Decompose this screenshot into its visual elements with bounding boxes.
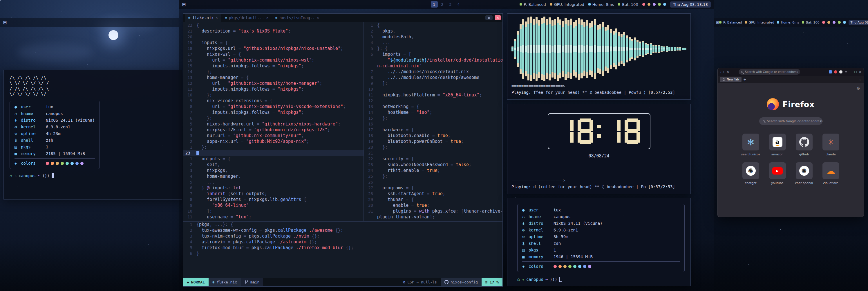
uptime-icon: ⊙ (522, 234, 529, 239)
tab-list-chevron-icon[interactable]: ⌄ (859, 78, 861, 81)
code-line: 8 forAllSystems = nixpkgs.lib.genAttrs [ (183, 197, 364, 202)
stars (498, 11, 499, 12)
line-text: ssh.startAgent = true; (377, 191, 502, 197)
workspace-button-1[interactable]: 1 (431, 1, 438, 7)
fetch-key: pkgs (21, 145, 46, 149)
tab-flake-nix[interactable]: ✻flake.nix× (185, 13, 221, 22)
code-line: 26 (364, 179, 502, 185)
forward-icon[interactable]: › (723, 70, 725, 74)
back-icon[interactable]: ‹ (720, 70, 721, 74)
tray-icon[interactable] (642, 3, 645, 6)
line-text: } @ inputs: let (196, 185, 364, 191)
shortcut-cloudflare[interactable]: ☁cloudflare (818, 162, 843, 185)
close-window-button[interactable]: × (495, 15, 501, 20)
bar-clock[interactable]: Thu Aug 08, 18:18 (848, 20, 868, 25)
buffer-flake-nix[interactable]: 22{21 description = "tux's NixOS Flake";… (183, 22, 364, 222)
code-line: 23 (183, 150, 364, 156)
terminal-window[interactable]: /\ /\ /\ /\ /\ \ \/ \/ \/ \/ / / /\ /\ /… (3, 70, 182, 200)
visualizer-window[interactable]: =====================> Playing: ffee for… (507, 13, 691, 99)
prompt-arrow: → (14, 173, 16, 178)
extension-icon[interactable] (839, 70, 842, 74)
fetch-value: 1 (46, 145, 48, 149)
shortcut-label: youtube (771, 181, 783, 185)
tab-close-icon[interactable]: × (266, 16, 268, 20)
workspace-button-4[interactable]: 4 (455, 1, 462, 7)
workspace-button-2[interactable]: 2 (439, 1, 446, 7)
extension-icon[interactable] (829, 70, 832, 74)
url-bar[interactable]: Search with Google or enter address (739, 69, 800, 75)
fetch-window[interactable]: ●usertux⌂hnamecanopus✻distroNixOS 24.11 … (507, 198, 691, 286)
shortcut-claude[interactable]: ✳claude (818, 134, 843, 156)
line-text: plugins = with pkgs.xfce; [thunar-archiv… (377, 208, 502, 214)
shortcut-github[interactable]: github (792, 134, 817, 156)
personalize-gear-icon[interactable]: ⚙ (857, 86, 860, 91)
code-line: 10 }; (183, 92, 364, 98)
tray-icon[interactable] (827, 21, 830, 24)
buffer-pkgs-default[interactable]: 1{pkgs, ...}: {2 tux-awesome-wm-config =… (183, 221, 502, 278)
new-tab-button[interactable]: + (743, 77, 746, 82)
launcher-icon[interactable]: ⊞ (3, 20, 7, 25)
segment (617, 120, 621, 131)
cava-bar (618, 32, 620, 66)
line-number: 20 (364, 144, 377, 150)
palette-icon: ◈ (522, 264, 529, 269)
workspace-button-3[interactable]: 3 (447, 1, 454, 7)
bar-clock[interactable]: Thu Aug 08, 18:18 (670, 1, 711, 7)
shortcut-youtube[interactable]: ▶youtube (765, 162, 790, 185)
tray-icon[interactable] (663, 3, 666, 6)
tray-icon[interactable] (822, 21, 825, 24)
launcher-icon[interactable]: ⊞ (182, 2, 186, 7)
line-number: 11 (364, 92, 377, 98)
shortcut-label: claude (826, 152, 836, 156)
code-line: 1{ (364, 22, 502, 28)
new-tab-search-input[interactable]: Search with Google or enter address (759, 117, 823, 125)
shortcut-amazon[interactable]: aamazon (765, 134, 790, 156)
tray-icon[interactable] (843, 21, 846, 24)
close-button[interactable]: × (859, 70, 861, 74)
clock-window[interactable]: 08/08/24 =====================> Playing:… (507, 104, 691, 194)
status-item-label: Bat: 100 (622, 2, 638, 7)
shortcut-label: amazon (771, 152, 783, 156)
buffer-iso-image[interactable]: 1{2 pkgs,3 modulesPath,4 ...5}: {6 impor… (364, 22, 502, 222)
fetch-key: distro (21, 118, 46, 122)
line-number: 20 (183, 34, 196, 40)
eye-toggle-button[interactable]: ◉ (485, 16, 493, 20)
refresh-icon[interactable]: ↻ (726, 70, 729, 74)
shortcut-chat-openai[interactable]: ✺chat.openai (792, 162, 817, 185)
launcher-icon[interactable]: ⊞ (716, 20, 719, 25)
tab-close-icon[interactable]: × (317, 16, 319, 20)
menu-icon[interactable]: ≡ (844, 70, 847, 74)
line-text: nixpkgs, (196, 168, 364, 173)
shortcut-chatgpt[interactable]: ✺chatgpt (738, 162, 763, 185)
tab-pkgs-default-[interactable]: ✻pkgs/default...× (221, 13, 272, 22)
tab-new-tab[interactable]: New Tab (720, 77, 742, 82)
tray-icon[interactable] (658, 3, 661, 6)
extension-icon[interactable] (834, 70, 837, 74)
code-line: 17 hardware = { (364, 127, 502, 133)
line-number: 7 (364, 69, 377, 75)
status-item-label: P: Balanced (723, 21, 742, 24)
color-dot (66, 162, 69, 165)
fetch-row-shell: $shellzsh (14, 137, 95, 143)
tab-close-icon[interactable]: × (216, 16, 218, 20)
color-dot (56, 162, 59, 165)
tray-icon[interactable] (653, 3, 656, 6)
line-text: nixos-wsl = { (196, 51, 364, 57)
maximize-button[interactable]: □ (854, 70, 857, 74)
line-number: 2 (364, 28, 377, 34)
line-number: 7 (183, 110, 196, 115)
cava-bar (578, 18, 580, 80)
git-branch-icon (245, 280, 248, 284)
tray-icon[interactable] (833, 21, 836, 24)
track-title: d (coffee for your head) ** ♫ beabadoobe… (533, 184, 646, 191)
tab-hosts-isoImag-[interactable]: ✻hosts/isoImag..× (272, 13, 322, 22)
clock-colon (596, 118, 602, 144)
tray-icon[interactable] (648, 3, 650, 6)
status-item-group: P: BalancedGPU: IntegratedHome: 8msBat: … (520, 2, 638, 7)
line-text: username = "tux"; (196, 214, 364, 220)
cava-bar (650, 43, 652, 55)
minimize-button[interactable]: – (850, 70, 852, 74)
shortcut-search-nixos[interactable]: ✻search.nixos (738, 134, 763, 156)
firefox-window: ‹ › ↻ Search with Google or enter addres… (717, 68, 864, 217)
tray-icon[interactable] (838, 21, 841, 24)
